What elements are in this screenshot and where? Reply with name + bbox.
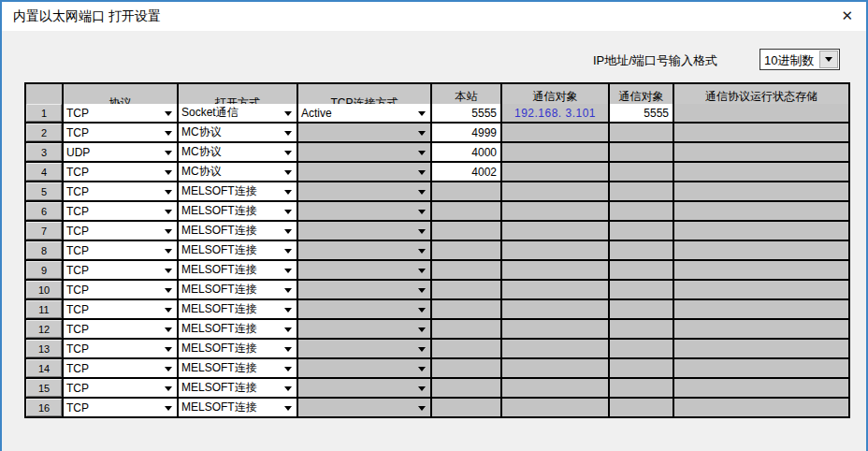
dest-ip-cell[interactable] — [502, 124, 608, 141]
dest-ip-cell[interactable] — [502, 281, 608, 298]
dest-ip-cell[interactable] — [502, 222, 608, 240]
local-port-cell[interactable] — [432, 399, 500, 416]
open-method-dropdown[interactable]: MELSOFT连接 — [179, 202, 297, 220]
dest-port-cell[interactable] — [610, 359, 673, 377]
local-port-cell[interactable] — [432, 379, 500, 397]
open-method-dropdown[interactable]: Socket通信 — [179, 104, 297, 122]
protocol-dropdown[interactable]: TCP — [64, 300, 177, 318]
protocol-dropdown[interactable]: TCP — [64, 222, 177, 240]
chevron-down-icon[interactable] — [819, 51, 838, 68]
tcp-mode-dropdown[interactable] — [298, 399, 430, 416]
status-device-cell[interactable] — [674, 182, 848, 200]
status-device-cell[interactable] — [674, 281, 848, 298]
status-device-cell[interactable] — [674, 163, 848, 181]
local-port-cell[interactable] — [432, 300, 500, 318]
dest-ip-cell[interactable]: 192.168. 3.101 — [502, 104, 608, 122]
open-method-dropdown[interactable]: MELSOFT连接 — [179, 399, 297, 416]
dest-port-cell[interactable] — [610, 241, 673, 259]
tcp-mode-dropdown[interactable] — [298, 320, 430, 338]
open-method-dropdown[interactable]: MELSOFT连接 — [179, 359, 297, 377]
protocol-dropdown[interactable]: TCP — [64, 241, 177, 259]
dest-port-cell[interactable] — [610, 143, 673, 161]
status-device-cell[interactable] — [674, 104, 848, 122]
status-device-cell[interactable] — [674, 143, 848, 161]
dest-ip-cell[interactable] — [502, 182, 608, 200]
tcp-mode-dropdown[interactable] — [298, 222, 430, 240]
dest-port-cell[interactable] — [610, 379, 673, 397]
status-device-cell[interactable] — [674, 359, 848, 377]
tcp-mode-dropdown[interactable] — [298, 143, 430, 161]
dest-ip-cell[interactable] — [502, 163, 608, 181]
dest-ip-cell[interactable] — [502, 399, 608, 416]
dest-ip-cell[interactable] — [502, 320, 608, 338]
dest-port-cell[interactable] — [610, 124, 673, 141]
protocol-dropdown[interactable]: TCP — [64, 320, 177, 338]
status-device-cell[interactable] — [674, 320, 848, 338]
tcp-mode-dropdown[interactable] — [298, 359, 430, 377]
dest-port-cell[interactable] — [610, 300, 673, 318]
protocol-dropdown[interactable]: TCP — [64, 359, 177, 377]
protocol-dropdown[interactable]: TCP — [64, 104, 177, 122]
status-device-cell[interactable] — [674, 261, 848, 279]
local-port-cell[interactable] — [432, 359, 500, 377]
dest-port-cell[interactable] — [610, 202, 673, 220]
open-method-dropdown[interactable]: MC协议 — [179, 124, 297, 141]
dest-ip-cell[interactable] — [502, 300, 608, 318]
status-device-cell[interactable] — [674, 300, 848, 318]
dest-ip-cell[interactable] — [502, 143, 608, 161]
local-port-cell[interactable] — [432, 281, 500, 298]
dest-port-cell[interactable] — [610, 222, 673, 240]
open-method-dropdown[interactable]: MELSOFT连接 — [179, 281, 297, 298]
status-device-cell[interactable] — [674, 222, 848, 240]
local-port-cell[interactable] — [432, 261, 500, 279]
open-method-dropdown[interactable]: MELSOFT连接 — [179, 241, 297, 259]
status-device-cell[interactable] — [674, 124, 848, 141]
input-format-dropdown[interactable]: 10进制数 — [760, 49, 840, 70]
protocol-dropdown[interactable]: TCP — [64, 124, 177, 141]
tcp-mode-dropdown[interactable] — [298, 379, 430, 397]
tcp-mode-dropdown[interactable] — [298, 124, 430, 141]
tcp-mode-dropdown[interactable] — [298, 163, 430, 181]
dest-port-cell[interactable] — [610, 399, 673, 416]
status-device-cell[interactable] — [674, 340, 848, 357]
tcp-mode-dropdown[interactable] — [298, 340, 430, 357]
dest-ip-cell[interactable] — [502, 241, 608, 259]
protocol-dropdown[interactable]: TCP — [64, 399, 177, 416]
local-port-cell[interactable] — [432, 320, 500, 338]
protocol-dropdown[interactable]: TCP — [64, 281, 177, 298]
tcp-mode-dropdown[interactable] — [298, 202, 430, 220]
open-method-dropdown[interactable]: MELSOFT连接 — [179, 182, 297, 200]
local-port-cell[interactable]: 4999 — [432, 124, 500, 141]
local-port-cell[interactable] — [432, 340, 500, 357]
local-port-cell[interactable] — [432, 182, 500, 200]
dest-port-cell[interactable] — [610, 320, 673, 338]
dest-ip-cell[interactable] — [502, 202, 608, 220]
protocol-dropdown[interactable]: TCP — [64, 163, 177, 181]
dest-port-cell[interactable]: 5555 — [610, 104, 673, 122]
open-method-dropdown[interactable]: MELSOFT连接 — [179, 340, 297, 357]
open-method-dropdown[interactable]: MELSOFT连接 — [179, 300, 297, 318]
protocol-dropdown[interactable]: TCP — [64, 340, 177, 357]
protocol-dropdown[interactable]: UDP — [64, 143, 177, 161]
dest-ip-cell[interactable] — [502, 261, 608, 279]
local-port-cell[interactable]: 4000 — [432, 143, 500, 161]
dest-port-cell[interactable] — [610, 281, 673, 298]
protocol-dropdown[interactable]: TCP — [64, 182, 177, 200]
tcp-mode-dropdown[interactable] — [298, 300, 430, 318]
tcp-mode-dropdown[interactable] — [298, 241, 430, 259]
status-device-cell[interactable] — [674, 399, 848, 416]
tcp-mode-dropdown[interactable] — [298, 182, 430, 200]
status-device-cell[interactable] — [674, 202, 848, 220]
dest-port-cell[interactable] — [610, 182, 673, 200]
status-device-cell[interactable] — [674, 241, 848, 259]
open-method-dropdown[interactable]: MC协议 — [179, 143, 297, 161]
local-port-cell[interactable]: 5555 — [432, 104, 500, 122]
tcp-mode-dropdown[interactable]: Active — [298, 104, 430, 122]
dest-port-cell[interactable] — [610, 261, 673, 279]
open-method-dropdown[interactable]: MELSOFT连接 — [179, 261, 297, 279]
protocol-dropdown[interactable]: TCP — [64, 261, 177, 279]
dest-port-cell[interactable] — [610, 340, 673, 357]
local-port-cell[interactable] — [432, 241, 500, 259]
protocol-dropdown[interactable]: TCP — [64, 379, 177, 397]
status-device-cell[interactable] — [674, 379, 848, 397]
